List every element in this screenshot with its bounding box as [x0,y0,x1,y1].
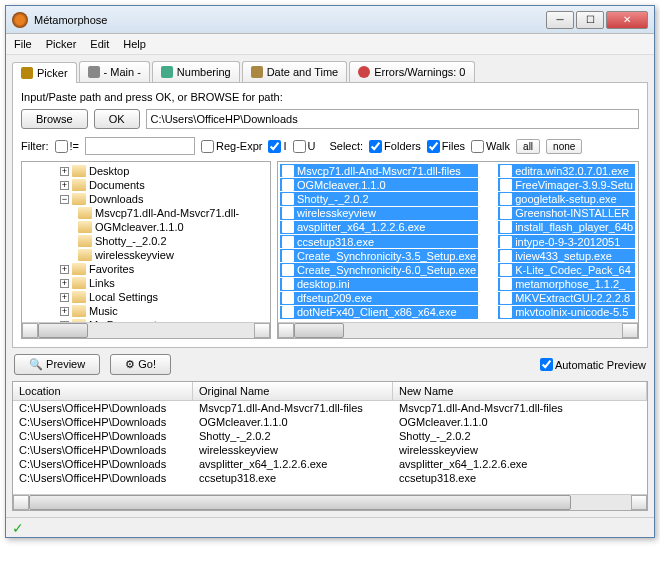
folder-icon [78,207,92,219]
file-item[interactable]: MKVExtractGUI-2.2.2.8 [498,292,635,305]
menu-picker[interactable]: Picker [46,38,77,50]
file-icon [282,250,294,262]
file-item[interactable]: desktop.ini [280,278,478,291]
tree-item[interactable]: OGMcleaver.1.1.0 [24,220,268,234]
tab-main[interactable]: - Main - [79,61,150,82]
file-item[interactable]: editra.win32.0.7.01.exe [498,164,635,177]
col-location[interactable]: Location [13,382,193,400]
file-icon [282,236,294,248]
file-item[interactable]: Msvcp71.dll-And-Msvcr71.dll-files [280,164,478,177]
titlebar[interactable]: Métamorphose ─ ☐ ✕ [6,6,654,34]
list-hscroll[interactable] [278,322,638,338]
tree-item[interactable]: Msvcp71.dll-And-Msvcr71.dll- [24,206,268,220]
file-item[interactable]: OGMcleaver.1.1.0 [280,178,478,191]
expand-icon[interactable]: − [60,195,69,204]
result-row[interactable]: C:\Users\OfficeHP\Downloadswirelesskeyvi… [13,443,647,457]
file-item[interactable]: ccsetup318.exe [280,235,478,248]
menu-file[interactable]: File [14,38,32,50]
file-item[interactable]: mkvtoolnix-unicode-5.5 [498,306,635,319]
folders-checkbox[interactable] [369,140,382,153]
none-button[interactable]: none [546,139,582,154]
tree-item[interactable]: −Downloads [24,192,268,206]
tree-item[interactable]: +Local Settings [24,290,268,304]
file-item[interactable]: FreeVimager-3.9.9-Setu [498,178,635,191]
menu-bar: File Picker Edit Help [6,34,654,55]
minimize-button[interactable]: ─ [546,11,574,29]
expand-icon[interactable]: + [60,279,69,288]
folder-icon [72,305,86,317]
expand-icon[interactable]: + [60,307,69,316]
expand-icon[interactable]: + [60,181,69,190]
tree-item[interactable]: Shotty_-_2.0.2 [24,234,268,248]
file-icon [500,179,512,191]
tab-picker[interactable]: Picker [12,62,77,83]
picker-panel: Input/Paste path and press OK, or BROWSE… [12,83,648,348]
file-item[interactable]: wirelesskeyview [280,207,478,220]
auto-preview-checkbox[interactable] [540,358,553,371]
tree-item[interactable]: +Music [24,304,268,318]
tab-numbering[interactable]: Numbering [152,61,240,82]
browse-button[interactable]: Browse [21,109,88,129]
tree-item[interactable]: +Desktop [24,164,268,178]
result-row[interactable]: C:\Users\OfficeHP\DownloadsMsvcp71.dll-A… [13,401,647,415]
file-item[interactable]: iview433_setup.exe [498,249,635,262]
walk-checkbox[interactable] [471,140,484,153]
col-newname[interactable]: New Name [393,382,647,400]
files-checkbox[interactable] [427,140,440,153]
datetime-icon [251,66,263,78]
file-item[interactable]: dfsetup209.exe [280,292,478,305]
expand-icon[interactable]: + [60,265,69,274]
col-original[interactable]: Original Name [193,382,393,400]
numbering-icon [161,66,173,78]
expand-icon[interactable]: + [60,167,69,176]
u-checkbox[interactable] [293,140,306,153]
file-icon [500,250,512,262]
tree-item[interactable]: +Documents [24,178,268,192]
results-table[interactable]: Location Original Name New Name C:\Users… [12,381,648,511]
go-button[interactable]: ⚙ Go! [110,354,171,375]
file-icon [282,165,294,177]
file-item[interactable]: install_flash_player_64b [498,221,635,234]
file-list[interactable]: Msvcp71.dll-And-Msvcr71.dll-filesOGMclea… [277,161,639,339]
file-icon [500,236,512,248]
tree-item[interactable]: wirelesskeyview [24,248,268,262]
path-label: Input/Paste path and press OK, or BROWSE… [21,91,639,103]
ok-button[interactable]: OK [94,109,140,129]
result-row[interactable]: C:\Users\OfficeHP\DownloadsOGMcleaver.1.… [13,415,647,429]
all-button[interactable]: all [516,139,540,154]
menu-edit[interactable]: Edit [90,38,109,50]
tree-item[interactable]: +Links [24,276,268,290]
result-row[interactable]: C:\Users\OfficeHP\Downloadsccsetup318.ex… [13,471,647,485]
file-item[interactable]: Greenshot-INSTALLER [498,207,635,220]
file-item[interactable]: Shotty_-_2.0.2 [280,192,478,205]
file-item[interactable]: Create_Synchronicity-6.0_Setup.exe [280,263,478,276]
file-item[interactable]: dotNetFx40_Client_x86_x64.exe [280,306,478,319]
folder-tree[interactable]: +Desktop+Documents−DownloadsMsvcp71.dll-… [21,161,271,339]
path-input[interactable] [146,109,639,129]
results-hscroll[interactable] [13,494,647,510]
expand-icon[interactable]: + [60,293,69,302]
file-item[interactable]: avsplitter_x64_1.2.2.6.exe [280,221,478,234]
folder-icon [72,263,86,275]
tree-item[interactable]: +Favorites [24,262,268,276]
status-ok-icon: ✓ [12,520,24,536]
result-row[interactable]: C:\Users\OfficeHP\DownloadsShotty_-_2.0.… [13,429,647,443]
picker-icon [21,67,33,79]
file-item[interactable]: intype-0-9-3-2012051 [498,235,635,248]
close-button[interactable]: ✕ [606,11,648,29]
i-checkbox[interactable] [268,140,281,153]
file-item[interactable]: googletalk-setup.exe [498,192,635,205]
not-checkbox[interactable] [55,140,68,153]
result-row[interactable]: C:\Users\OfficeHP\Downloadsavsplitter_x6… [13,457,647,471]
file-item[interactable]: metamorphose_1.1.2_ [498,278,635,291]
tab-datetime[interactable]: Date and Time [242,61,348,82]
tab-errors[interactable]: Errors/Warnings: 0 [349,61,474,82]
filter-input[interactable] [85,137,195,155]
regexpr-checkbox[interactable] [201,140,214,153]
menu-help[interactable]: Help [123,38,146,50]
tree-hscroll[interactable] [22,322,270,338]
file-item[interactable]: Create_Synchronicity-3.5_Setup.exe [280,249,478,262]
maximize-button[interactable]: ☐ [576,11,604,29]
file-item[interactable]: K-Lite_Codec_Pack_64 [498,263,635,276]
preview-button[interactable]: 🔍 Preview [14,354,100,375]
